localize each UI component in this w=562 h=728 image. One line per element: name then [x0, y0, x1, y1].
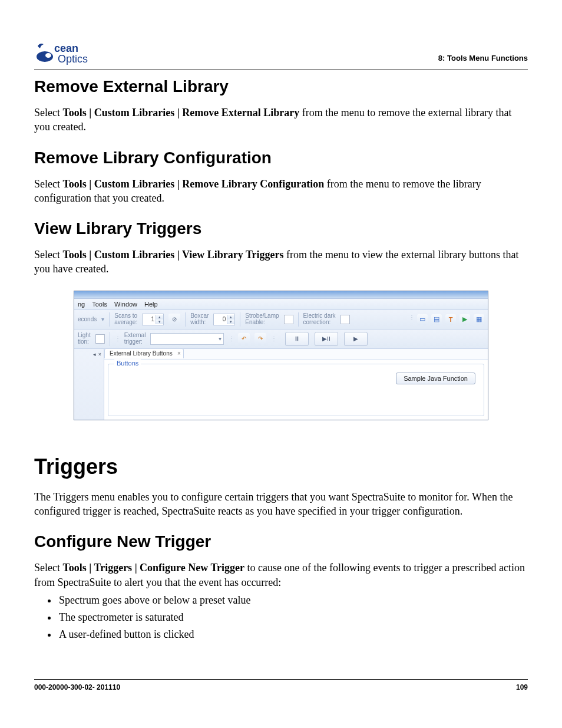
label-scans-to-average: Scans to average:	[114, 313, 137, 325]
toolbar-grip-icon: ⋮	[409, 314, 414, 325]
label-external-trigger: External trigger:	[124, 332, 146, 345]
rotate-left-icon[interactable]: ↶	[238, 333, 250, 345]
heading-remove-library-configuration: Remove Library Configuration	[34, 149, 528, 167]
window-titlebar	[74, 291, 488, 299]
toolbar-triggers: Light tion: ⋮ External trigger: ▾ ⋮ ↶ ↷ …	[74, 330, 488, 349]
main-editor-area: External Library Buttons × Buttons Sampl…	[104, 349, 488, 420]
light-checkbox[interactable]	[95, 334, 105, 344]
toolbar-acquisition: econds ▾ Scans to average: 1 ▴▾ ⊘ Boxcar…	[74, 310, 488, 330]
toolbar-grip-icon: ⋮	[229, 335, 233, 342]
trigger-events-list: Spectrum goes above or below a preset va…	[34, 592, 528, 643]
toolbar-grip-icon: ⋮	[271, 335, 276, 342]
mode-play-icon[interactable]: ▶	[459, 314, 470, 325]
sample-java-function-button[interactable]: Sample Java Function	[396, 373, 475, 384]
pin-icon[interactable]: ◂	[93, 351, 96, 357]
mode-list-icon[interactable]: ▤	[431, 314, 442, 325]
tab-label: External Library Buttons	[110, 350, 173, 357]
label-econds: econds	[78, 317, 97, 323]
play-button[interactable]: ▶	[344, 332, 368, 346]
mode-settings-icon[interactable]: ▦	[474, 314, 484, 325]
label-boxcar-width: Boxcar width:	[190, 313, 209, 325]
buttons-group: Buttons Sample Java Function	[108, 364, 484, 416]
strobe-lamp-checkbox[interactable]	[284, 315, 293, 324]
heading-remove-external-library: Remove External Library	[34, 77, 528, 96]
list-item: Spectrum goes above or below a preset va…	[58, 592, 528, 609]
boxcar-width-stepper[interactable]: 0 ▴▾	[213, 314, 235, 325]
pause-button[interactable]: ⅠⅠ	[285, 332, 309, 346]
header-section-label: 8: Tools Menu Functions	[438, 54, 528, 66]
header-rule	[34, 70, 528, 70]
step-button[interactable]: ▶ⅠⅠ	[315, 332, 338, 346]
para-configure-new-trigger: Select Tools | Triggers | Configure New …	[34, 561, 528, 589]
brand-top-text: cean	[54, 42, 78, 54]
svg-point-1	[45, 53, 51, 58]
menubar-fragment: ng	[78, 301, 85, 308]
heading-configure-new-trigger: Configure New Trigger	[34, 532, 528, 551]
mode-graph-icon[interactable]: ▭	[417, 314, 428, 325]
app-screenshot: ng Tools Window Help econds ▾ Scans to a…	[74, 291, 488, 420]
label-strobe-lamp-enable: Strobe/Lamp Enable:	[245, 313, 279, 325]
cancel-icon[interactable]: ⊘	[168, 314, 180, 325]
tab-close-icon[interactable]: ×	[177, 350, 181, 357]
para-view-library-triggers: Select Tools | Custom Libraries | View L…	[34, 248, 528, 276]
para-remove-library-configuration: Select Tools | Custom Libraries | Remove…	[34, 177, 528, 206]
rotate-right-icon[interactable]: ↷	[254, 333, 266, 345]
footer-doc-id: 000-20000-300-02- 201110	[34, 683, 120, 691]
heading-view-library-triggers: View Library Triggers	[34, 219, 528, 238]
external-trigger-dropdown[interactable]: ▾	[150, 333, 224, 345]
list-item: The spectrometer is saturated	[58, 609, 528, 626]
side-pane: ◂ ×	[74, 349, 104, 420]
electric-dark-checkbox[interactable]	[340, 315, 350, 324]
heading-triggers: Triggers	[34, 454, 528, 479]
brand-logo: cean Optics	[34, 41, 99, 66]
scans-to-average-stepper[interactable]: 1 ▴▾	[142, 314, 164, 325]
toolbar-grip-icon: ⋮	[115, 335, 120, 342]
menubar: ng Tools Window Help	[74, 299, 488, 310]
group-legend-buttons: Buttons	[114, 360, 141, 367]
label-light-fragment: Light tion:	[78, 332, 91, 345]
chevron-down-icon[interactable]: ▾	[101, 316, 104, 322]
menu-help[interactable]: Help	[144, 301, 158, 308]
tab-external-library-buttons[interactable]: External Library Buttons ×	[104, 348, 184, 358]
page-header: cean Optics 8: Tools Menu Functions	[34, 41, 528, 66]
footer-page-number: 109	[516, 683, 528, 691]
brand-bottom-text: Optics	[58, 53, 88, 65]
menu-tools[interactable]: Tools	[92, 301, 107, 308]
para-triggers-intro: The Triggers menu enables you to configu…	[34, 490, 528, 519]
para-remove-external-library: Select Tools | Custom Libraries | Remove…	[34, 106, 528, 134]
page-footer: 000-20000-300-02- 201110 109	[34, 674, 528, 691]
close-icon[interactable]: ×	[98, 351, 101, 357]
label-electric-dark-correction: Electric dark correction:	[303, 313, 336, 325]
menu-window[interactable]: Window	[114, 301, 137, 308]
mode-t-icon[interactable]: T	[445, 314, 456, 325]
list-item: A user-defined button is clicked	[58, 626, 528, 643]
